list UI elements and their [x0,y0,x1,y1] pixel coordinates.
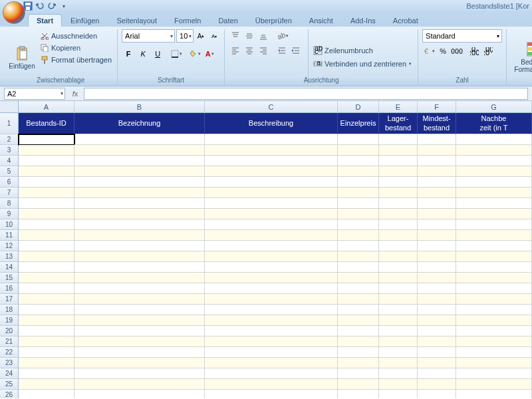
cell[interactable] [456,230,532,241]
cell[interactable] [205,294,338,305]
fill-color-button[interactable] [188,47,201,61]
cell[interactable] [205,219,338,230]
cell[interactable] [456,273,532,283]
cell[interactable] [418,336,456,347]
cell[interactable] [19,379,74,390]
italic-button[interactable]: K [136,47,150,61]
cell[interactable] [19,166,74,177]
cell[interactable] [418,251,456,262]
cell[interactable] [19,177,74,188]
cell[interactable] [74,358,205,368]
font-name-select[interactable]: Arial [122,29,175,43]
row-header[interactable]: 26 [0,390,19,398]
cell[interactable] [205,283,338,294]
tab-addins[interactable]: Add-Ins [342,14,384,27]
cell[interactable] [338,390,379,398]
row-header[interactable]: 19 [0,315,19,326]
cell[interactable] [19,241,74,251]
row-header[interactable]: 15 [0,273,19,283]
cell[interactable] [338,198,379,209]
cell[interactable] [338,305,379,315]
cell[interactable] [74,390,205,398]
cell[interactable] [379,156,418,166]
cell[interactable] [418,379,456,390]
row-header[interactable]: 2 [0,134,19,145]
row-header[interactable]: 17 [0,294,19,305]
cell[interactable] [338,177,379,188]
cell[interactable] [19,156,74,166]
cell[interactable] [379,273,418,283]
copy-button[interactable]: Kopieren [39,43,113,53]
cell[interactable] [338,273,379,283]
cell[interactable] [418,156,456,166]
cell[interactable] [19,230,74,241]
cell[interactable] [379,305,418,315]
cell[interactable] [74,368,205,379]
col-header[interactable]: C [205,101,338,113]
cell[interactable] [338,315,379,326]
cell[interactable] [74,177,205,188]
cell[interactable] [418,283,456,294]
cell[interactable] [19,358,74,368]
cell[interactable] [74,134,205,145]
undo-icon[interactable] [35,1,45,11]
cell[interactable] [456,209,532,219]
row-header[interactable]: 22 [0,347,19,358]
name-box[interactable]: A2 [4,88,65,100]
cell[interactable] [418,166,456,177]
cell[interactable] [19,145,74,156]
cell[interactable] [74,156,205,166]
cell[interactable] [456,390,532,398]
percent-button[interactable]: % [436,45,450,58]
cell[interactable] [74,209,205,219]
cell[interactable] [379,134,418,145]
tab-formeln[interactable]: Formeln [166,14,209,27]
align-right-button[interactable] [257,44,270,57]
cell[interactable] [205,358,338,368]
align-top-button[interactable] [229,29,242,43]
cell[interactable] [418,273,456,283]
tab-daten[interactable]: Daten [209,14,246,27]
cell[interactable] [338,188,379,198]
row-header[interactable]: 1 [0,113,19,134]
cell[interactable] [379,347,418,358]
cell[interactable] [456,336,532,347]
cell[interactable] [379,283,418,294]
cell[interactable] [456,262,532,273]
cell[interactable] [379,198,418,209]
cell[interactable] [205,198,338,209]
cell[interactable] [379,145,418,156]
cell[interactable] [418,145,456,156]
row-header[interactable]: 24 [0,368,19,379]
cell[interactable] [205,315,338,326]
cell[interactable]: Nachbe zeit (in T [456,113,532,134]
cell[interactable] [379,209,418,219]
cell[interactable] [19,262,74,273]
col-header[interactable]: G [456,101,532,113]
cell[interactable] [456,326,532,336]
cell[interactable]: Bestands-ID [19,113,74,134]
cell[interactable] [456,251,532,262]
cell[interactable] [418,188,456,198]
cell[interactable] [338,209,379,219]
cell[interactable] [74,198,205,209]
cell[interactable] [205,209,338,219]
border-button[interactable] [170,47,183,61]
cell[interactable] [456,188,532,198]
cut-button[interactable]: Ausschneiden [39,31,113,41]
merge-center-button[interactable]: aVerbinden und zentrieren [311,58,414,70]
cell[interactable] [74,347,205,358]
cell[interactable] [338,358,379,368]
cell[interactable]: Mindest- bestand [418,113,456,134]
cell[interactable] [205,305,338,315]
cell[interactable] [418,262,456,273]
col-header[interactable]: F [418,101,456,113]
cell[interactable] [205,177,338,188]
cell[interactable] [418,209,456,219]
row-header[interactable]: 12 [0,241,19,251]
cell[interactable] [456,294,532,305]
cell[interactable] [456,219,532,230]
col-header[interactable]: B [74,101,205,113]
cell[interactable] [338,336,379,347]
cell[interactable] [456,315,532,326]
